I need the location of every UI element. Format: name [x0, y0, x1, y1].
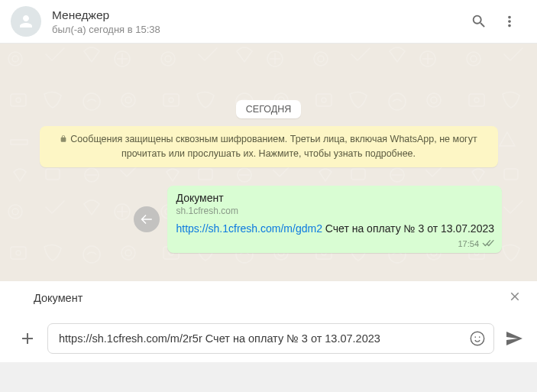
- date-separator: СЕГОДНЯ: [236, 100, 301, 118]
- forward-icon: [140, 212, 154, 226]
- forward-button[interactable]: [134, 206, 160, 232]
- close-reply-button[interactable]: [508, 290, 522, 306]
- svg-point-1: [474, 336, 476, 338]
- menu-button[interactable]: [494, 6, 525, 37]
- send-icon: [505, 329, 523, 348]
- emoji-icon: [469, 330, 486, 347]
- reply-preview: Документ: [0, 281, 537, 315]
- compose-input-wrap: [47, 323, 494, 354]
- compose-bar: [0, 315, 537, 362]
- emoji-button[interactable]: [469, 330, 486, 347]
- message-link-domain: sh.1cfresh.com: [176, 206, 494, 216]
- contact-avatar[interactable]: [11, 6, 41, 37]
- contact-info[interactable]: Менеджер был(-а) сегодня в 15:38: [52, 8, 464, 35]
- message-input[interactable]: [59, 332, 469, 345]
- message-link-title: Документ: [176, 192, 494, 204]
- message-link[interactable]: https://sh.1cfresh.com/m/gdm2: [176, 222, 322, 235]
- person-icon: [17, 12, 35, 31]
- plus-icon: [18, 329, 37, 348]
- contact-status: был(-а) сегодня в 15:38: [52, 24, 464, 35]
- svg-point-0: [471, 332, 484, 345]
- message-bubble-outgoing[interactable]: Документ sh.1cfresh.com https://sh.1cfre…: [167, 186, 502, 253]
- svg-point-2: [479, 336, 480, 338]
- attach-button[interactable]: [15, 326, 40, 351]
- message-time: 17:54: [458, 239, 479, 248]
- message-body: https://sh.1cfresh.com/m/gdm2 Счет на оп…: [176, 221, 494, 236]
- reply-preview-title: Документ: [34, 292, 516, 304]
- close-icon: [508, 290, 522, 303]
- encryption-notice[interactable]: Сообщения защищены сквозным шифрованием.…: [40, 126, 498, 167]
- message-text-after-link: Счет на оплату № 3 от 13.07.2023: [322, 222, 494, 235]
- message-meta: 17:54: [176, 239, 494, 248]
- message-row: Документ sh.1cfresh.com https://sh.1cfre…: [14, 186, 523, 253]
- chat-header: Менеджер был(-а) сегодня в 15:38: [0, 0, 537, 44]
- contact-name: Менеджер: [52, 8, 464, 23]
- search-icon: [471, 13, 487, 30]
- double-check-icon: [482, 239, 494, 248]
- more-vertical-icon: [501, 13, 518, 30]
- send-button[interactable]: [502, 326, 526, 351]
- lock-icon: [60, 134, 67, 143]
- search-button[interactable]: [464, 6, 494, 37]
- encryption-text: Сообщения защищены сквозным шифрованием.…: [70, 134, 477, 159]
- chat-area: СЕГОДНЯ Сообщения защищены сквозным шифр…: [0, 44, 537, 281]
